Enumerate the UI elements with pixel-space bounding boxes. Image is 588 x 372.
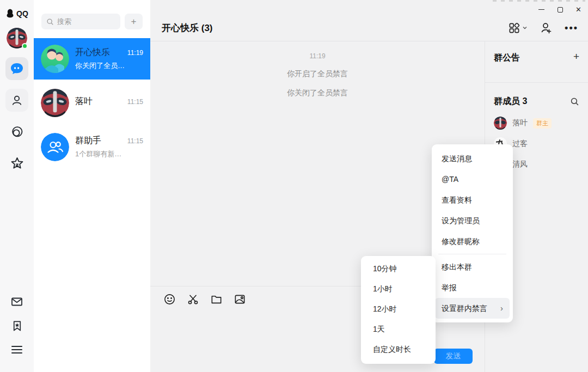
submenu-item-12hours[interactable]: 12小时 — [364, 299, 432, 319]
invite-member-button[interactable] — [540, 21, 553, 34]
menu-divider — [438, 254, 506, 254]
menu-item-view-profile[interactable]: 查看资料 — [435, 190, 510, 210]
apps-grid-icon — [508, 22, 520, 34]
close-icon: ✕ — [575, 5, 581, 14]
nav-channels[interactable] — [5, 120, 28, 143]
image-button[interactable] — [233, 292, 246, 306]
chat-bubble-icon — [10, 62, 24, 75]
qq-penguin-icon — [5, 9, 15, 18]
menu-item-report[interactable]: 举报 — [435, 277, 510, 298]
header-actions: ••• — [508, 21, 578, 34]
menu-item-set-mute[interactable]: 设置群内禁言 › — [435, 298, 510, 319]
channels-circle-icon — [10, 125, 24, 139]
folder-icon — [210, 293, 223, 306]
screenshot-button[interactable] — [186, 292, 199, 306]
qq-logo-text: QQ — [16, 9, 28, 18]
group-announcement-section: 群公告 + — [485, 41, 588, 83]
system-message: 你开启了全员禁言 — [287, 69, 348, 79]
ellipsis-icon: ••• — [565, 25, 578, 31]
search-icon — [46, 18, 54, 26]
close-button[interactable]: ✕ — [574, 5, 583, 14]
smiley-icon — [163, 293, 176, 306]
nav-mail[interactable] — [5, 292, 28, 311]
chat-title: 群助手 — [75, 135, 101, 147]
left-rail: QQ — [0, 0, 34, 372]
members-title: 群成员 3 — [494, 96, 527, 107]
menu-item-remove-from-group[interactable]: 移出本群 — [435, 257, 510, 277]
chevron-down-icon — [522, 25, 528, 31]
submenu-item-1hour[interactable]: 1小时 — [364, 279, 432, 299]
group-avatar — [41, 45, 69, 73]
message-timestamp: 11:19 — [309, 52, 325, 60]
add-announcement-button[interactable]: + — [573, 52, 579, 61]
add-chat-button[interactable]: + — [125, 14, 143, 29]
chat-time: 11:15 — [127, 137, 143, 145]
conversation-list: 搜索 + 开心快乐 11:19 — [34, 0, 150, 372]
nav-menu[interactable] — [5, 340, 28, 359]
member-search-icon[interactable] — [570, 97, 579, 106]
chat-meta: 开心快乐 11:19 你关闭了全员… — [75, 47, 143, 71]
maximize-button[interactable] — [556, 5, 564, 14]
nav-contacts[interactable] — [5, 89, 28, 112]
menu-item-set-admin[interactable]: 设为管理员 — [435, 210, 510, 231]
chat-title-header: 开心快乐 (3) — [162, 22, 213, 34]
person-add-icon — [540, 21, 553, 34]
submenu-item-10min[interactable]: 10分钟 — [364, 259, 432, 279]
submenu-item-1day[interactable]: 1天 — [364, 319, 432, 339]
minimize-icon — [538, 9, 544, 10]
window-controls: ✕ — [537, 5, 583, 14]
more-options-button[interactable]: ••• — [565, 25, 578, 31]
minimize-button[interactable] — [537, 5, 546, 14]
chat-item-group[interactable]: 开心快乐 11:19 你关闭了全员… — [34, 38, 150, 80]
contacts-person-icon — [10, 94, 23, 107]
qq-logo: QQ — [5, 9, 28, 18]
chat-title: 开心快乐 — [75, 47, 110, 58]
online-status-dot — [22, 43, 28, 49]
contact-avatar — [41, 89, 69, 117]
chat-subtitle: 1个群聊有新… — [75, 149, 143, 159]
nav-messages[interactable] — [5, 57, 28, 80]
member-name: 过客 — [512, 139, 528, 149]
send-button[interactable]: 发送 — [434, 349, 473, 364]
menu-item-at-ta[interactable]: @TA — [435, 169, 510, 190]
maximize-icon — [558, 7, 563, 13]
star-icon — [10, 156, 24, 171]
member-name: 落叶 — [512, 118, 528, 128]
chat-meta: 群助手 11:15 1个群聊有新… — [75, 135, 143, 159]
submenu-item-custom[interactable]: 自定义时长 — [364, 339, 432, 359]
chat-title: 落叶 — [75, 96, 93, 107]
hamburger-icon — [11, 346, 22, 353]
emoji-button[interactable] — [163, 292, 176, 306]
chat-header: ✕ 开心快乐 (3) — [150, 0, 588, 41]
background-window-sliver — [493, 0, 585, 2]
menu-item-edit-nickname[interactable]: 修改群昵称 — [435, 231, 510, 252]
search-placeholder: 搜索 — [57, 17, 71, 27]
member-avatar — [494, 117, 507, 130]
member-name: 清风 — [512, 160, 528, 169]
search-input[interactable]: 搜索 — [41, 14, 120, 29]
members-header: 群成员 3 — [485, 83, 588, 113]
nav-favorites[interactable] — [5, 316, 28, 335]
menu-item-send-message[interactable]: 发送消息 — [435, 148, 510, 169]
chat-time: 11:19 — [127, 49, 143, 57]
user-avatar[interactable] — [7, 28, 27, 48]
chat-subtitle: 你关闭了全员… — [75, 61, 143, 71]
image-icon — [234, 293, 246, 306]
search-row: 搜索 + — [34, 14, 150, 29]
system-message: 你关闭了全员禁言 — [287, 88, 348, 98]
scissors-icon — [187, 293, 199, 306]
mute-duration-submenu: 10分钟 1小时 12小时 1天 自定义时长 — [361, 256, 436, 364]
owner-badge: 群主 — [533, 118, 552, 129]
announcement-title: 群公告 — [494, 52, 520, 64]
chat-meta: 落叶 11:15 — [75, 96, 143, 110]
chat-item-group-assistant[interactable]: 群助手 11:15 1个群聊有新… — [34, 126, 150, 168]
group-apps-button[interactable] — [508, 22, 528, 34]
member-row-luoye[interactable]: 落叶 群主 — [485, 113, 588, 133]
chat-item-luoye[interactable]: 落叶 11:15 — [34, 82, 150, 124]
mail-envelope-icon — [10, 295, 23, 308]
file-button[interactable] — [210, 292, 223, 306]
nav-qzone[interactable] — [5, 152, 28, 175]
bookmark-star-icon — [11, 320, 23, 332]
group-assistant-avatar — [41, 133, 69, 161]
submenu-chevron-icon: › — [500, 298, 503, 319]
